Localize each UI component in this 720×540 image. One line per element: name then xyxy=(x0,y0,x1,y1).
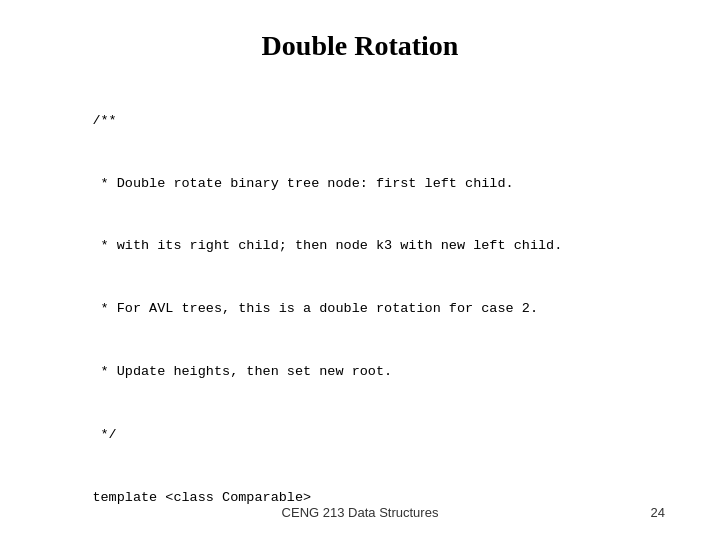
slide-title: Double Rotation xyxy=(60,30,660,62)
code-line-3: * with its right child; then node k3 wit… xyxy=(92,238,562,253)
code-line-5: * Update heights, then set new root. xyxy=(92,364,392,379)
code-line-1: /** xyxy=(92,113,116,128)
code-block: /** * Double rotate binary tree node: fi… xyxy=(60,90,660,540)
slide: Double Rotation /** * Double rotate bina… xyxy=(0,0,720,540)
code-line-2: * Double rotate binary tree node: first … xyxy=(92,176,513,191)
code-line-6: */ xyxy=(92,427,116,442)
footer: CENG 213 Data Structures xyxy=(0,505,720,520)
footer-label: CENG 213 Data Structures xyxy=(282,505,439,520)
code-line-7: template <class Comparable> xyxy=(92,490,311,505)
code-line-4: * For AVL trees, this is a double rotati… xyxy=(92,301,538,316)
page-number: 24 xyxy=(651,505,665,520)
